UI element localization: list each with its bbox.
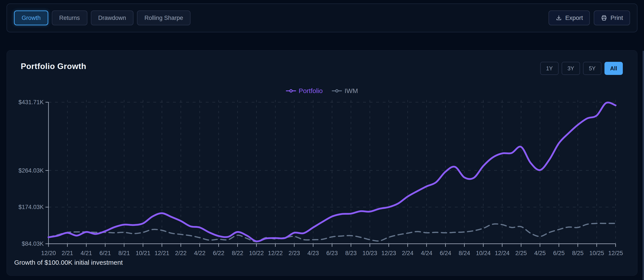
range-button-3y[interactable]: 3Y bbox=[562, 62, 580, 75]
chart-legend: PortfolioIWM bbox=[7, 87, 637, 94]
scrollbar-thumb[interactable] bbox=[643, 51, 644, 280]
portfolio-growth-card: Portfolio Growth 1Y3Y5YAll PortfolioIWM … bbox=[6, 50, 638, 276]
print-button[interactable]: Print bbox=[594, 10, 630, 25]
tab-growth[interactable]: Growth bbox=[14, 10, 48, 25]
export-button[interactable]: Export bbox=[548, 10, 590, 25]
tab-drawdown[interactable]: Drawdown bbox=[91, 10, 134, 25]
export-label: Export bbox=[565, 14, 583, 22]
toolbar-actions: Export Print bbox=[548, 10, 630, 25]
chart-footnote: Growth of $100.00K initial investment bbox=[14, 259, 123, 266]
card-header: Portfolio Growth 1Y3Y5YAll bbox=[7, 50, 637, 75]
legend-marker-icon bbox=[332, 89, 342, 92]
range-button-all[interactable]: All bbox=[604, 62, 623, 75]
printer-icon bbox=[601, 15, 607, 21]
range-button-1y[interactable]: 1Y bbox=[540, 62, 558, 75]
page-title: Portfolio Growth bbox=[21, 62, 86, 71]
view-tabs: GrowthReturnsDrawdownRolling Sharpe bbox=[14, 10, 190, 25]
tab-rolling-sharpe[interactable]: Rolling Sharpe bbox=[137, 10, 190, 25]
range-selector: 1Y3Y5YAll bbox=[540, 62, 623, 75]
download-icon bbox=[556, 15, 562, 21]
tab-returns[interactable]: Returns bbox=[52, 10, 88, 25]
legend-marker-icon bbox=[286, 89, 296, 92]
view-toolbar: GrowthReturnsDrawdownRolling Sharpe Expo… bbox=[6, 4, 638, 32]
legend-item-portfolio[interactable]: Portfolio bbox=[286, 87, 323, 94]
legend-item-iwm[interactable]: IWM bbox=[332, 87, 358, 94]
print-label: Print bbox=[610, 14, 623, 22]
range-button-5y[interactable]: 5Y bbox=[583, 62, 602, 75]
